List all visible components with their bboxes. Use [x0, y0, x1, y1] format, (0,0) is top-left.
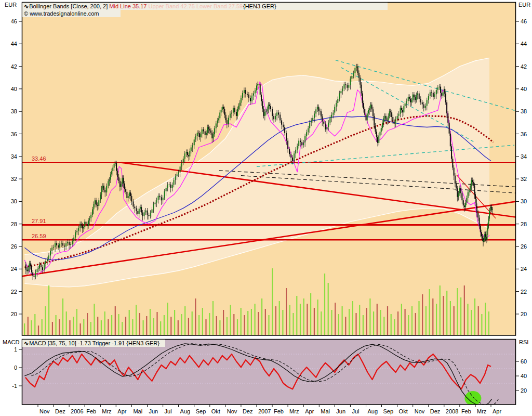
macd-axis-title: MACD — [3, 339, 19, 346]
svg-text:-1: -1 — [12, 383, 17, 389]
x-axis: NovDez2006FebMrzAprMaiJunJulAugSepOktNov… — [38, 405, 501, 414]
x-axis-label: Nov — [39, 408, 50, 414]
svg-text:60: 60 — [521, 358, 527, 365]
price-level-label: 27.91 — [32, 217, 46, 225]
midline-value-label: Mid Line 35.17 — [109, 3, 147, 9]
x-axis-label: Aug — [180, 408, 191, 414]
svg-text:0: 0 — [14, 365, 17, 371]
x-axis-label: Sep — [196, 408, 206, 414]
x-axis-label: Jul — [352, 408, 359, 414]
svg-text:30: 30 — [11, 198, 17, 204]
svg-text:28: 28 — [11, 221, 17, 227]
svg-text:40: 40 — [521, 86, 527, 92]
svg-text:34: 34 — [11, 153, 17, 160]
indicator-wave-icon: ∿ — [24, 340, 29, 346]
x-axis-label: Nov — [415, 408, 425, 414]
svg-text:28: 28 — [521, 221, 527, 227]
x-axis-label: Dez — [243, 408, 253, 414]
rsi-axis-title: RSI — [519, 339, 528, 346]
x-axis-label: Feb — [461, 408, 471, 414]
x-axis-label: Feb — [86, 408, 96, 414]
macd-panel-background — [22, 340, 515, 405]
svg-text:34: 34 — [521, 153, 527, 160]
x-axis-label: Dez — [55, 408, 65, 414]
svg-text:24: 24 — [11, 266, 17, 272]
svg-text:40: 40 — [521, 373, 527, 379]
price-axis-unit-right: EUR — [518, 1, 530, 8]
bollinger-label: Bollinger Bands [Close, 200, 2] — [29, 3, 108, 9]
x-axis-label: Okt — [211, 408, 220, 414]
svg-text:44: 44 — [521, 41, 527, 47]
price-level-label: 33.46 — [32, 155, 46, 162]
macd-label: MACD [35, 75, 10] -1.73 Trigger -1.91 {H… — [29, 340, 159, 346]
x-axis-label: Apr — [117, 408, 126, 414]
svg-text:20: 20 — [11, 311, 17, 317]
chart-canvas[interactable]: 4646444442424040383836363434323230302828… — [0, 0, 532, 416]
svg-text:22: 22 — [521, 289, 527, 295]
svg-text:22: 22 — [11, 289, 17, 295]
svg-text:24: 24 — [521, 266, 527, 272]
x-axis-label: Jun — [149, 408, 158, 414]
svg-text:38: 38 — [521, 108, 527, 114]
macd-indicator-header[interactable]: ∿MACD [35, 75, 10] -1.73 Trigger -1.91 {… — [22, 340, 165, 347]
symbol-label: {HEN3 GER} — [243, 3, 276, 10]
x-axis-label: Dez — [430, 408, 441, 414]
price-level-label: 26.59 — [32, 232, 46, 240]
svg-text:40: 40 — [11, 86, 17, 92]
x-axis-label: Jun — [336, 408, 345, 414]
svg-text:44: 44 — [11, 41, 17, 47]
svg-text:36: 36 — [521, 131, 527, 137]
price-axis-unit-left: EUR — [5, 1, 17, 8]
price-indicator-header[interactable]: ∿Bollinger Bands [Close, 200, 2] Mid Lin… — [22, 3, 388, 10]
bands-value-label: Upper Band 42.75 Lower Band 27.59 — [149, 3, 243, 9]
svg-text:32: 32 — [11, 176, 17, 182]
svg-text:46: 46 — [521, 18, 527, 24]
x-axis-label: Sep — [383, 408, 394, 414]
svg-text:26: 26 — [11, 243, 17, 250]
x-axis-label: Nov — [227, 408, 237, 414]
x-axis-label: Mrz — [102, 408, 111, 414]
svg-text:30: 30 — [521, 198, 527, 204]
x-axis-label: Apr — [493, 408, 501, 414]
x-axis-label: Mrz — [477, 408, 486, 414]
svg-text:46: 46 — [11, 18, 17, 24]
svg-text:42: 42 — [11, 63, 17, 70]
svg-text:38: 38 — [11, 108, 17, 114]
x-axis-label: Mai — [321, 408, 330, 414]
x-axis-label: 2007 — [258, 408, 271, 414]
x-axis-label: Okt — [399, 408, 408, 414]
x-axis-label: Jul — [165, 408, 172, 414]
x-axis-label: 2006 — [71, 408, 83, 414]
x-axis-label: Aug — [368, 408, 378, 414]
x-axis-label: 2008 — [446, 408, 458, 414]
indicator-wave-icon: ∿ — [24, 3, 29, 9]
svg-text:36: 36 — [11, 131, 17, 137]
svg-text:20: 20 — [521, 387, 527, 394]
x-axis-label: Mai — [133, 408, 142, 414]
svg-text:26: 26 — [521, 243, 527, 250]
svg-text:42: 42 — [521, 63, 527, 70]
x-axis-label: Feb — [274, 408, 284, 414]
svg-text:20: 20 — [521, 311, 527, 317]
svg-text:1: 1 — [14, 346, 17, 353]
provider-credit[interactable]: © www.tradesignalonline.com — [22, 10, 121, 17]
x-axis-label: Mrz — [289, 408, 299, 414]
chart-window: 4646444442424040383836363434323230302828… — [0, 0, 532, 416]
x-axis-label: Apr — [305, 408, 314, 414]
svg-text:32: 32 — [521, 176, 527, 182]
